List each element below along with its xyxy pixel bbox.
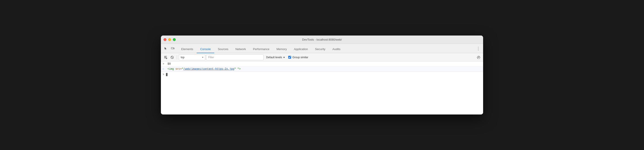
context-dropdown-arrow: ▾ [202, 56, 203, 58]
context-selector[interactable]: top ▾ [179, 54, 205, 60]
svg-rect-3 [164, 57, 166, 57]
svg-rect-1 [173, 48, 174, 49]
console-current-prompt: > [163, 73, 164, 76]
tab-memory[interactable]: Memory [273, 45, 290, 53]
levels-dropdown[interactable]: Default levels ▾ [264, 54, 286, 60]
close-button[interactable] [164, 38, 166, 41]
console-area: > $0 ← <img src="/web/images/content-htt… [161, 62, 483, 114]
clear-console-button[interactable] [163, 54, 168, 60]
console-input-line-1: > $0 [161, 62, 483, 66]
console-output-prompt: ← [163, 68, 166, 70]
devtools-window: DevTools - localhost:8080/web/ Elements … [161, 36, 483, 114]
console-toolbar: top ▾ Default levels ▾ Group similar [161, 53, 483, 62]
tab-elements[interactable]: Elements [178, 45, 197, 53]
levels-dropdown-arrow: ▾ [284, 56, 285, 59]
filter-input[interactable] [206, 54, 264, 60]
console-current-input[interactable]: > [161, 72, 483, 77]
tab-security[interactable]: Security [312, 45, 329, 53]
window-title: DevTools - localhost:8080/web/ [302, 38, 342, 41]
tab-sources[interactable]: Sources [214, 45, 232, 53]
html-tag-open: <img [168, 68, 174, 70]
toolbar-divider-1 [177, 55, 177, 60]
html-tag-close: "> [236, 68, 241, 70]
tab-application[interactable]: Application [290, 45, 312, 53]
console-input-text: $0 [168, 62, 170, 66]
block-button[interactable] [169, 54, 175, 60]
console-cursor [166, 73, 168, 76]
tab-audits[interactable]: Audits [329, 45, 344, 53]
settings-button[interactable] [476, 54, 481, 60]
more-tabs-button[interactable]: ⋮ [475, 46, 481, 52]
tab-network[interactable]: Network [232, 45, 250, 53]
svg-rect-2 [164, 56, 167, 56]
tab-bar-tools [163, 46, 176, 53]
tab-bar-right: ⋮ [475, 46, 481, 53]
maximize-button[interactable] [173, 38, 176, 41]
svg-rect-0 [171, 48, 173, 49]
device-toggle-button[interactable] [170, 46, 176, 52]
console-output-line-1: ← <img src="/web/images/content-https-2x… [161, 66, 483, 72]
html-quote-close: " [234, 68, 236, 70]
svg-line-7 [171, 56, 173, 58]
title-bar: DevTools - localhost:8080/web/ [161, 36, 483, 44]
tab-bar: Elements Console Sources Network Perform… [161, 44, 483, 53]
html-link[interactable]: /web/images/content-https-2x.jpg [184, 68, 234, 70]
tab-console[interactable]: Console [197, 45, 214, 53]
html-quote-open: " [182, 68, 184, 70]
minimize-button[interactable] [168, 38, 171, 41]
console-output-html: <img src="/web/images/content-https-2x.j… [168, 68, 240, 70]
html-attr-src: src= [176, 68, 182, 70]
cursor-tool-button[interactable] [163, 46, 169, 52]
traffic-lights [164, 38, 176, 41]
group-similar-checkbox[interactable] [288, 56, 291, 59]
group-similar-label[interactable]: Group similar [288, 56, 308, 59]
tab-performance[interactable]: Performance [250, 45, 273, 53]
console-input-prompt: > [163, 62, 166, 66]
